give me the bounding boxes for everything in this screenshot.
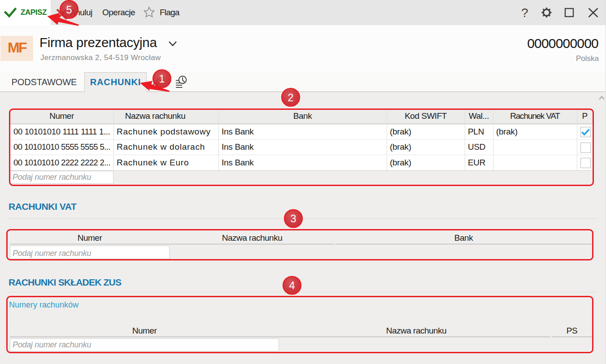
svg-text:3: 3 — [290, 212, 296, 225]
svg-text:5: 5 — [66, 4, 72, 16]
svg-text:1: 1 — [159, 73, 165, 85]
svg-text:2: 2 — [288, 91, 293, 104]
svg-text:4: 4 — [289, 279, 295, 291]
